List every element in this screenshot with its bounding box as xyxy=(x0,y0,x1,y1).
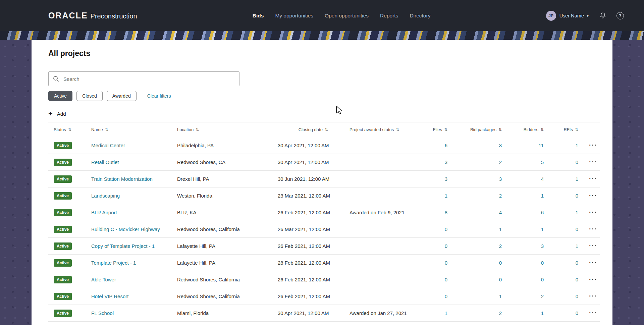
search-input[interactable] xyxy=(48,71,239,86)
files-count-link[interactable]: 0 xyxy=(445,293,447,299)
nav-item-directory[interactable]: Directory xyxy=(410,13,430,19)
filter-chip-active[interactable]: Active xyxy=(48,91,72,101)
bidders-count-link[interactable]: 1 xyxy=(541,310,544,316)
name-cell: Able Tower xyxy=(86,271,172,288)
row-actions-menu-button[interactable]: ··· xyxy=(588,160,598,164)
rfis-count-link[interactable]: 0 xyxy=(576,310,578,316)
bid-packages-count-link[interactable]: 2 xyxy=(499,193,502,199)
bid-packages-count-link[interactable]: 2 xyxy=(499,159,502,165)
project-name-link[interactable]: Able Tower xyxy=(91,277,116,282)
bid-packages-count-link[interactable]: 2 xyxy=(499,243,502,249)
bid-packages-count-link[interactable]: 3 xyxy=(499,143,502,148)
project-name-link[interactable]: Template Project - 1 xyxy=(91,260,136,266)
bidders-count-link[interactable]: 11 xyxy=(538,143,544,148)
bidders-count-link[interactable]: 0 xyxy=(541,277,544,282)
notifications-bell-icon[interactable] xyxy=(599,12,606,19)
files-count-link[interactable]: 0 xyxy=(445,243,447,249)
files-count-link[interactable]: 1 xyxy=(445,310,447,316)
rfis-count-link[interactable]: 0 xyxy=(576,277,578,282)
column-header-status[interactable]: Status⇅ xyxy=(48,122,86,137)
rfis-count-link[interactable]: 0 xyxy=(576,193,578,199)
rfis-count-link[interactable]: 0 xyxy=(576,226,578,232)
row-actions-menu-button[interactable]: ··· xyxy=(588,193,598,198)
sort-icon: ⇅ xyxy=(498,127,502,132)
bid-packages-count-link[interactable]: 2 xyxy=(499,310,502,316)
bidders-count-link[interactable]: 0 xyxy=(541,260,544,266)
files-count-link[interactable]: 8 xyxy=(445,210,447,215)
bid-packages-count-link[interactable]: 1 xyxy=(499,293,502,299)
column-header-files[interactable]: Files⇅ xyxy=(412,122,452,137)
bidders-count-link[interactable]: 1 xyxy=(541,226,544,232)
bid-packages-count-link[interactable]: 1 xyxy=(499,226,502,232)
clear-filters-link[interactable]: Clear filters xyxy=(145,93,173,99)
column-header-rfis[interactable]: RFIs⇅ xyxy=(548,122,583,137)
column-header-location[interactable]: Location⇅ xyxy=(172,122,272,137)
project-name-link[interactable]: Medical Center xyxy=(91,143,125,148)
awarded-status-cell xyxy=(333,187,412,204)
sort-icon: ⇅ xyxy=(444,127,447,132)
rfis-count-link[interactable]: 0 xyxy=(576,293,578,299)
primary-nav: BidsMy opportunitiesOpen opportunitiesRe… xyxy=(137,13,546,19)
bid-packages-count-link[interactable]: 0 xyxy=(499,277,502,282)
add-project-button[interactable]: + Add xyxy=(48,110,66,117)
files-count-link[interactable]: 0 xyxy=(445,277,447,282)
column-header-bidders[interactable]: Bidders⇅ xyxy=(506,122,548,137)
nav-item-my-opportunities[interactable]: My opportunities xyxy=(275,13,313,19)
project-name-link[interactable]: Copy of Template Project - 1 xyxy=(91,243,155,249)
row-actions-menu-button[interactable]: ··· xyxy=(588,243,598,248)
project-name-link[interactable]: Retail Outlet xyxy=(91,159,119,165)
files-count-link[interactable]: 1 xyxy=(445,193,447,199)
user-name[interactable]: User Name xyxy=(559,13,584,18)
rfis-count-link[interactable]: 1 xyxy=(576,176,578,182)
nav-item-bids[interactable]: Bids xyxy=(253,13,264,19)
filter-chip-awarded[interactable]: Awarded xyxy=(107,91,137,101)
nav-item-open-opportunities[interactable]: Open opportunities xyxy=(325,13,369,19)
row-actions-menu-button[interactable]: ··· xyxy=(588,143,598,148)
bid-packages-count-link-cell: 2 xyxy=(452,238,506,255)
files-count-link[interactable]: 6 xyxy=(445,143,447,148)
row-actions-menu-button[interactable]: ··· xyxy=(588,210,598,215)
project-name-link[interactable]: FL School xyxy=(91,310,114,316)
bid-packages-count-link[interactable]: 0 xyxy=(499,260,502,266)
project-name-link[interactable]: BLR Airport xyxy=(91,210,117,215)
column-header-name[interactable]: Name⇅ xyxy=(86,122,172,137)
bidders-count-link[interactable]: 1 xyxy=(541,193,544,199)
project-name-link[interactable]: Hotel VIP Resort xyxy=(91,293,128,299)
rfis-count-link[interactable]: 1 xyxy=(576,243,578,249)
bidders-count-link[interactable]: 6 xyxy=(541,210,544,215)
row-actions-menu-button[interactable]: ··· xyxy=(588,311,598,315)
rfis-count-link[interactable]: 0 xyxy=(576,159,578,165)
files-count-link[interactable]: 0 xyxy=(445,226,447,232)
nav-item-reports[interactable]: Reports xyxy=(380,13,398,19)
table-row: ActiveAble TowerRedwood Shores, Californ… xyxy=(48,271,600,288)
project-name-link[interactable]: Train Station Modernization xyxy=(91,176,153,182)
column-header-project-awarded-status[interactable]: Project awarded status⇅ xyxy=(333,122,412,137)
bid-packages-count-link[interactable]: 3 xyxy=(499,176,502,182)
bidders-count-link[interactable]: 4 xyxy=(541,176,544,182)
bidders-count-link-cell: 0 xyxy=(506,255,548,271)
rfis-count-link[interactable]: 1 xyxy=(576,210,578,215)
bidders-count-link[interactable]: 2 xyxy=(541,293,544,299)
awarded-status-cell xyxy=(333,271,412,288)
column-header-bid-packages[interactable]: Bid packages⇅ xyxy=(452,122,506,137)
bid-packages-count-link[interactable]: 4 xyxy=(499,210,502,215)
filter-chip-closed[interactable]: Closed xyxy=(76,91,103,101)
files-count-link[interactable]: 3 xyxy=(445,176,447,182)
project-name-link[interactable]: Landscaping xyxy=(91,193,120,199)
files-count-link[interactable]: 3 xyxy=(445,159,447,165)
help-icon[interactable]: ? xyxy=(616,12,624,19)
chevron-down-icon[interactable]: ▾ xyxy=(587,13,589,18)
rfis-count-link[interactable]: 1 xyxy=(576,143,578,148)
row-actions-menu-button[interactable]: ··· xyxy=(588,227,598,231)
row-actions-menu-button[interactable]: ··· xyxy=(588,260,598,265)
row-actions-menu-button[interactable]: ··· xyxy=(588,176,598,181)
column-header-closing-date[interactable]: Closing date⇅ xyxy=(272,122,333,137)
files-count-link[interactable]: 0 xyxy=(445,260,447,266)
project-name-link[interactable]: Building C - McVicker Highway xyxy=(91,226,160,232)
row-actions-menu-button[interactable]: ··· xyxy=(588,277,598,282)
bidders-count-link[interactable]: 3 xyxy=(541,243,544,249)
row-actions-menu-button[interactable]: ··· xyxy=(588,294,598,299)
bidders-count-link[interactable]: 5 xyxy=(541,159,544,165)
rfis-count-link[interactable]: 0 xyxy=(576,260,578,266)
avatar[interactable]: JP xyxy=(546,11,556,21)
